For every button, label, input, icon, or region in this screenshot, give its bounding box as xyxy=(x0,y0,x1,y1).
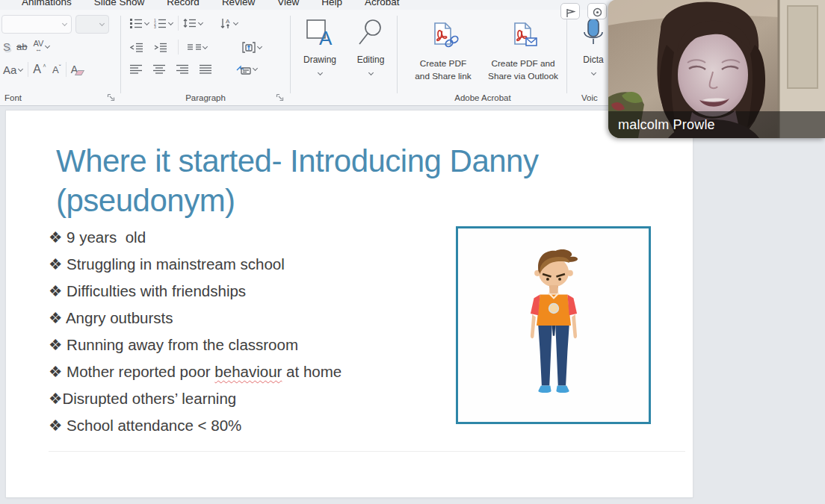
slide-canvas[interactable]: Where it started- Introducing Danny (pse… xyxy=(6,111,693,497)
clear-formatting-button[interactable]: A xyxy=(71,63,78,75)
powerpoint-window: { "menu": { "tabs": ["Animations", "Slid… xyxy=(0,0,825,504)
align-center-button[interactable] xyxy=(153,64,166,74)
font-group-label: Font xyxy=(4,93,118,102)
increase-indent-icon xyxy=(154,43,167,52)
line-spacing-icon xyxy=(183,18,197,28)
boy-picture-frame[interactable] xyxy=(456,226,651,424)
strikethrough-icon: ab xyxy=(16,41,27,52)
character-spacing-button[interactable]: AV↔ xyxy=(33,40,50,53)
change-case-button[interactable]: Aa xyxy=(3,64,23,75)
create-pdf-share-outlook-button[interactable]: Create PDF and Share via Outlook xyxy=(483,13,563,102)
chevron-down-icon[interactable] xyxy=(203,45,208,50)
text-direction-button[interactable]: A xyxy=(220,18,238,29)
drawing-button[interactable]: A Drawing xyxy=(296,13,344,102)
increase-indent-button[interactable] xyxy=(154,43,167,52)
chevron-down-icon[interactable] xyxy=(591,71,596,76)
cartoon-boy-image xyxy=(498,240,610,411)
bullets-button[interactable] xyxy=(130,18,149,28)
slide-footer-divider xyxy=(49,451,685,452)
dictate-button-label: Dicta xyxy=(583,55,603,65)
tab-animations[interactable]: Animations xyxy=(10,0,83,10)
columns-button[interactable] xyxy=(188,43,208,51)
convert-to-smartart-button[interactable] xyxy=(236,63,258,75)
strikethrough-button[interactable]: ab xyxy=(16,41,27,52)
columns-icon xyxy=(188,43,201,51)
pdf-share-outlook-icon xyxy=(506,19,540,53)
chevron-down-icon[interactable] xyxy=(368,71,374,76)
tab-view[interactable]: View xyxy=(266,0,310,10)
justify-button[interactable] xyxy=(200,64,212,74)
circle-badge-icon xyxy=(593,7,602,17)
pdf-share-link-icon xyxy=(426,19,460,53)
increase-font-size-button[interactable]: A＾ xyxy=(33,63,48,75)
divider xyxy=(66,62,67,77)
tab-slide-show[interactable]: Slide Show xyxy=(83,0,156,10)
bullet-item: ❖ Difficulties with friendships xyxy=(49,278,467,305)
bullet-item: ❖ Struggling in mainstream school xyxy=(49,251,467,278)
create-pdf-outlook-label-line2: Share via Outlook xyxy=(488,71,558,81)
chevron-down-icon[interactable] xyxy=(144,21,149,26)
paragraph-dialog-launcher-icon[interactable] xyxy=(276,93,284,102)
decrease-indent-button[interactable] xyxy=(130,43,143,52)
group-separator xyxy=(566,16,567,93)
chevron-down-icon[interactable] xyxy=(257,45,262,50)
tab-record[interactable]: Record xyxy=(155,0,211,10)
decrease-font-size-icon: Aˇ xyxy=(52,64,61,75)
paragraph-group: 1 2 3 A xyxy=(124,10,287,105)
presenter-coach-button[interactable] xyxy=(560,3,580,19)
create-pdf-link-label-line2: and Share link xyxy=(415,71,471,81)
chevron-down-icon[interactable] xyxy=(253,66,258,72)
align-text-button[interactable] xyxy=(242,42,262,53)
change-case-icon: Aa xyxy=(3,64,16,75)
align-left-button[interactable] xyxy=(130,64,143,74)
bullet-item: ❖Disrupted others’ learning xyxy=(49,385,467,412)
sort-text-icon: A xyxy=(220,18,232,29)
chevron-down-icon[interactable] xyxy=(168,21,173,26)
text-shadow-button[interactable]: S xyxy=(3,40,10,53)
chevron-down-icon[interactable] xyxy=(318,71,323,76)
bullet-list-icon xyxy=(130,18,143,28)
group-separator xyxy=(290,16,291,93)
font-name-combobox[interactable] xyxy=(1,15,72,34)
bullet-list[interactable]: ❖ 9 years old ❖ Struggling in mainstream… xyxy=(49,224,467,439)
chevron-down-icon[interactable] xyxy=(99,22,105,27)
align-right-button[interactable] xyxy=(176,64,189,74)
slide-title[interactable]: Where it started- Introducing Danny (pse… xyxy=(56,142,609,220)
tab-help[interactable]: Help xyxy=(310,0,353,10)
chevron-down-icon[interactable] xyxy=(45,44,50,49)
drawing-icon: A xyxy=(304,17,336,49)
text-shadow-icon: S xyxy=(3,40,10,53)
tab-acrobat[interactable]: Acrobat xyxy=(353,0,411,10)
create-pdf-share-link-button[interactable]: Create PDF and Share link xyxy=(405,13,481,102)
tab-review[interactable]: Review xyxy=(211,0,266,10)
svg-text:3: 3 xyxy=(154,25,156,28)
chevron-down-icon[interactable] xyxy=(198,21,203,26)
webcam-overlay[interactable]: malcolm Prowle xyxy=(608,0,825,138)
numbering-button[interactable]: 1 2 3 xyxy=(154,18,173,28)
status-badge-button[interactable] xyxy=(587,3,607,19)
line-spacing-button[interactable] xyxy=(183,18,203,28)
chevron-down-icon[interactable] xyxy=(18,67,23,72)
decrease-indent-icon xyxy=(130,43,143,52)
align-right-icon xyxy=(176,64,189,74)
webcam-name-bar: malcolm Prowle xyxy=(608,111,825,138)
adobe-acrobat-group: Create PDF and Share link Create PDF and… xyxy=(401,10,565,105)
pennant-icon xyxy=(566,9,575,17)
align-text-icon xyxy=(242,42,256,53)
font-group: S ab AV↔ Aa A＾ Aˇ A Font xyxy=(1,10,118,105)
align-center-icon xyxy=(153,64,166,74)
decrease-font-size-button[interactable]: Aˇ xyxy=(52,64,61,75)
bullet-item: ❖ Running away from the classroom xyxy=(49,332,467,358)
font-size-combobox[interactable] xyxy=(75,15,109,34)
microphone-icon xyxy=(581,17,606,49)
drawing-button-label: Drawing xyxy=(303,55,336,65)
participant-name: malcolm Prowle xyxy=(608,117,715,133)
justify-icon xyxy=(200,64,212,74)
create-pdf-link-label-line1: Create PDF xyxy=(420,58,466,69)
chevron-down-icon[interactable] xyxy=(62,22,67,27)
editing-button-label: Editing xyxy=(357,55,385,65)
font-dialog-launcher-icon[interactable] xyxy=(107,93,115,102)
clear-formatting-icon: A xyxy=(71,63,78,75)
editing-button[interactable]: Editing xyxy=(347,13,395,102)
chevron-down-icon[interactable] xyxy=(233,21,238,26)
